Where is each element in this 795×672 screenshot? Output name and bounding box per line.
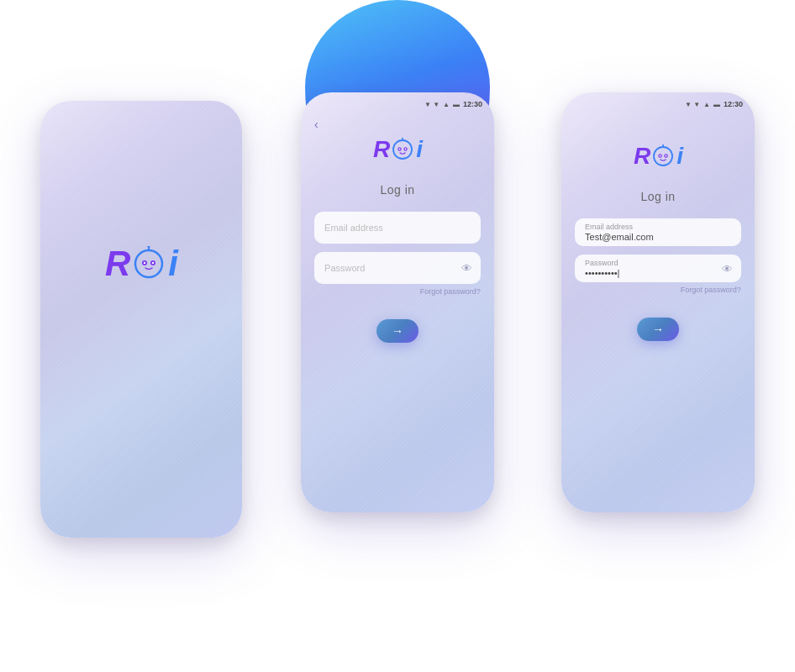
phone-login-filled: ▼ ▼ ▲ ▬ 12:30 R xyxy=(561,92,755,512)
password-input-empty[interactable]: Password 👁 xyxy=(314,252,481,284)
login-title-3: Log in xyxy=(640,190,675,203)
scene: R xyxy=(0,0,795,672)
signal-icon-3: ▼ ▼ xyxy=(685,101,700,108)
wifi-icon-3: ▲ xyxy=(703,101,710,108)
login-empty-logo-text: R xyxy=(373,136,422,163)
phone-3-content: R xyxy=(561,111,755,512)
logo-r-3: R xyxy=(634,143,650,170)
status-bar-3: ▼ ▼ ▲ ▬ 12:30 xyxy=(561,92,755,111)
password-field-label: Password xyxy=(585,259,711,267)
splash-logo-container: R xyxy=(105,244,177,284)
email-input-filled[interactable]: Email address Test@email.com xyxy=(575,218,741,246)
email-field-value: Test@email.com xyxy=(585,232,711,242)
login-arrow-button-3[interactable]: → xyxy=(637,318,679,341)
arrow-icon-3: → xyxy=(652,323,664,336)
email-input-empty[interactable]: Email address xyxy=(314,212,481,244)
svg-point-17 xyxy=(660,155,661,157)
svg-point-4 xyxy=(152,262,154,264)
forgot-password-2[interactable]: Forgot password? xyxy=(314,287,481,296)
form-filled: Email address Test@email.com Password ••… xyxy=(575,218,741,282)
login-filled-logo-text: R xyxy=(634,143,682,170)
phone-1-content: R xyxy=(40,101,242,519)
svg-point-14 xyxy=(654,147,672,165)
back-arrow-button[interactable]: ‹ xyxy=(314,118,319,131)
forgot-password-3[interactable]: Forgot password? xyxy=(575,286,741,294)
phones-container: R xyxy=(0,0,795,672)
form-empty: Email address Password 👁 xyxy=(314,212,481,284)
password-input-filled[interactable]: Password ••••••••••| 👁 xyxy=(575,255,741,282)
signal-icon-2: ▼ ▼ xyxy=(424,101,440,108)
svg-point-11 xyxy=(405,149,407,150)
email-placeholder: Email address xyxy=(324,223,383,233)
password-placeholder: Password xyxy=(324,263,365,273)
eye-icon-2[interactable]: 👁 xyxy=(461,262,472,275)
login-title-2: Log in xyxy=(380,183,414,197)
login-arrow-button-2[interactable]: → xyxy=(376,319,419,343)
status-time-3: 12:30 xyxy=(724,100,743,108)
splash-logo-text: R xyxy=(105,244,177,284)
login-filled-logo: R xyxy=(634,143,682,170)
logo-i-2: i xyxy=(416,136,422,163)
svg-point-7 xyxy=(393,140,412,159)
status-time-2: 12:30 xyxy=(463,100,482,108)
svg-point-18 xyxy=(666,155,667,157)
wifi-icon-2: ▲ xyxy=(443,101,450,108)
logo-robot-icon xyxy=(131,246,166,281)
email-field-label: Email address xyxy=(585,223,711,231)
eye-icon-3[interactable]: 👁 xyxy=(722,262,733,275)
password-field-value: ••••••••••| xyxy=(585,268,711,278)
svg-point-3 xyxy=(144,262,145,264)
logo-i-3: i xyxy=(677,143,682,170)
logo-r: R xyxy=(105,244,129,284)
arrow-icon-2: → xyxy=(392,324,403,338)
phone-2-content: ‹ R xyxy=(301,111,494,512)
status-bar-2: ▼ ▼ ▲ ▬ 12:30 xyxy=(301,92,494,111)
svg-point-10 xyxy=(399,149,401,150)
logo-i: i xyxy=(168,244,177,284)
logo-r-2: R xyxy=(373,136,389,163)
svg-point-0 xyxy=(135,250,162,277)
phone-splash: R xyxy=(40,101,242,538)
battery-icon-3: ▬ xyxy=(713,101,720,108)
login-empty-logo: R xyxy=(373,136,422,163)
phone-login-empty: ▼ ▼ ▲ ▬ 12:30 ‹ R xyxy=(301,92,494,512)
battery-icon-2: ▬ xyxy=(453,101,460,108)
svg-point-6 xyxy=(148,246,150,248)
logo-robot-icon-3 xyxy=(651,144,675,168)
logo-robot-icon-2 xyxy=(391,138,414,161)
